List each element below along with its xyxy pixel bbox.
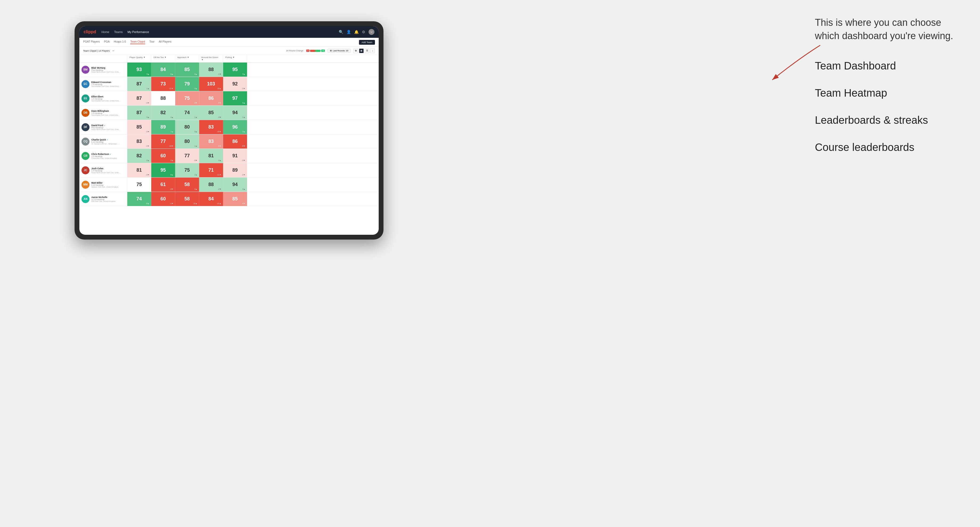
player-club-0: Royal North Devon Golf Club, United King…: [91, 71, 121, 73]
stat-cell-3-3: 85 -3▼: [199, 106, 223, 120]
stat-cell-2-3: 86 -6▼: [199, 91, 223, 105]
add-team-button[interactable]: Add Team: [359, 40, 375, 45]
stat-value-9-1: 60: [160, 196, 165, 202]
change-bar: -5 +5: [306, 49, 325, 52]
stat-change-3-0: 4▲: [146, 116, 150, 118]
stat-value-3-4: 94: [232, 110, 237, 116]
player-info-7[interactable]: JC Josh Coles 1-5 Handicap Royal North D…: [80, 163, 127, 177]
list-view-button[interactable]: ☰: [364, 48, 369, 53]
player-details-5: Charlie Quick ✓ 6-10 Handicap St. George…: [91, 138, 121, 145]
player-name-5: Charlie Quick ✓: [91, 138, 121, 141]
bell-icon[interactable]: 🔔: [354, 30, 359, 34]
download-button[interactable]: ↓: [370, 48, 375, 53]
last-rounds-label: Last Rounds: 20: [333, 49, 348, 52]
user-icon[interactable]: 👤: [347, 30, 351, 34]
stat-change-4-3: -10▼: [217, 131, 221, 133]
player-info-4[interactable]: DF David Ford ✓ Plus Handicap Royal Nort…: [80, 120, 127, 134]
stat-cell-6-4: 91 -3▼: [223, 149, 247, 163]
stat-value-0-3: 88: [208, 67, 213, 72]
stat-value-2-2: 75: [184, 95, 189, 101]
stat-value-6-4: 91: [232, 153, 237, 159]
player-info-8[interactable]: MM Matt Miller 6-10 Handicap Woburn Golf…: [80, 178, 127, 192]
player-name-7: Josh Coles: [91, 167, 121, 170]
search-icon[interactable]: 🔍: [339, 30, 343, 34]
tab-allplayers[interactable]: All Players: [159, 40, 171, 44]
stat-cell-1-0: 87 1▲: [127, 77, 151, 91]
player-details-7: Josh Coles 1-5 Handicap Royal North Devo…: [91, 167, 121, 173]
table-row: EE Elliot Ebert 1-5 Handicap Sunningdale…: [80, 91, 379, 106]
th-putting[interactable]: Putting ▼: [223, 55, 247, 62]
settings-icon[interactable]: ⚙: [362, 30, 365, 34]
stat-value-6-1: 60: [160, 153, 165, 159]
player-details-0: Blair McHarg Plus Handicap Royal North D…: [91, 67, 121, 73]
stat-change-7-4: -2▼: [242, 174, 245, 176]
player-avatar-4: DF: [81, 123, 89, 131]
stat-value-0-2: 85: [184, 67, 189, 72]
stat-value-5-3: 83: [208, 139, 213, 144]
stat-value-0-4: 95: [232, 67, 237, 72]
stat-cell-9-3: 84 -21▲: [199, 192, 223, 206]
annotation-area: This is where you can choose which dashb…: [815, 16, 964, 167]
tab-hcaps[interactable]: Hcaps 1-5: [114, 40, 126, 44]
player-info-3[interactable]: DB Dave Billingham 1-5 Handicap Gog Mago…: [80, 106, 127, 120]
nav-link-home[interactable]: Home: [102, 30, 109, 33]
player-hcap-5: 6-10 Handicap: [91, 141, 121, 143]
stat-change-8-4: 3▲: [242, 188, 245, 190]
player-info-9[interactable]: AN Aaron Nicholls 11-15 Handicap Drift G…: [80, 192, 127, 206]
user-avatar[interactable]: U: [369, 29, 374, 35]
last-rounds-button[interactable]: ⊞ Last Rounds: 20: [328, 49, 351, 53]
stat-change-7-1: 8▲: [170, 174, 173, 176]
player-club-6: Craigmillar Park, United Kingdom: [91, 157, 117, 159]
stat-cell-4-3: 83 -10▼: [199, 120, 223, 134]
player-info-5[interactable]: CQ Charlie Quick ✓ 6-10 Handicap St. Geo…: [80, 135, 127, 149]
player-hcap-2: 1-5 Handicap: [91, 98, 121, 100]
verified-icon: ✓: [107, 139, 108, 141]
stat-cell-2-2: 75 -3▼: [175, 91, 199, 105]
nav-link-teams[interactable]: Teams: [114, 30, 123, 33]
player-avatar-2: EE: [81, 94, 89, 103]
th-tee[interactable]: Off the Tee ▼: [151, 55, 175, 62]
player-info-2[interactable]: EE Elliot Ebert 1-5 Handicap Sunningdale…: [80, 91, 127, 105]
tab-tour[interactable]: Tour: [150, 40, 154, 44]
stat-value-8-0: 75: [136, 182, 142, 187]
th-green[interactable]: Around the Green ▼: [199, 55, 223, 62]
stat-change-9-2: 10▲: [193, 203, 197, 205]
stat-cell-4-4: 96 3▲: [223, 120, 247, 134]
th-quality[interactable]: Player Quality ▼: [127, 55, 151, 62]
player-rows: BM Blair McHarg Plus Handicap Royal Nort…: [80, 62, 379, 206]
nav-links: Home Teams My Performance: [102, 30, 339, 33]
tab-pga[interactable]: PGA: [104, 40, 110, 44]
grid-view-button[interactable]: ⊞: [353, 48, 358, 53]
stat-value-2-3: 86: [208, 95, 213, 101]
stat-cell-8-4: 94 3▲: [223, 178, 247, 192]
stat-cell-4-2: 80 3▲: [175, 120, 199, 134]
player-hcap-1: 1-5 Handicap: [91, 84, 121, 86]
annotation-menu-item-3: Leaderboards & streaks: [815, 113, 964, 127]
edit-icon[interactable]: ✏: [112, 49, 115, 52]
nav-bar: clippd Home Teams My Performance 🔍 👤 🔔 ⚙…: [80, 26, 379, 38]
player-info-0[interactable]: BM Blair McHarg Plus Handicap Royal Nort…: [80, 62, 127, 77]
sub-header: Team Clippd | 14 Players ✏ 20 Round Chan…: [80, 47, 379, 55]
table-row: BM Blair McHarg Plus Handicap Royal Nort…: [80, 62, 379, 77]
stat-change-7-0: -3▼: [146, 174, 150, 176]
th-approach[interactable]: Approach ▼: [175, 55, 199, 62]
nav-link-myperformance[interactable]: My Performance: [127, 30, 149, 33]
stat-change-1-1: -11▼: [169, 87, 173, 89]
player-avatar-7: JC: [81, 167, 89, 174]
player-details-9: Aaron Nicholls 11-15 Handicap Drift Golf…: [91, 196, 116, 202]
tab-pgat[interactable]: PGAT Players: [83, 40, 100, 44]
stat-cell-0-4: 95 9▲: [223, 62, 247, 77]
tablet-screen: clippd Home Teams My Performance 🔍 👤 🔔 ⚙…: [80, 26, 379, 235]
tab-teamclippd[interactable]: Team Clippd: [130, 40, 145, 44]
stat-value-9-3: 84: [208, 196, 213, 202]
heatmap-view-button[interactable]: ▦: [359, 48, 364, 53]
stat-change-1-4: -3▼: [242, 87, 245, 89]
stat-cell-3-4: 94 1▲: [223, 106, 247, 120]
view-icons: ⊞ ▦ ☰ ↓: [353, 48, 375, 53]
stat-change-6-3: 4▲: [218, 159, 221, 161]
player-info-6[interactable]: CR Chris Robertson ✓ 1-5 Handicap Craigm…: [80, 149, 127, 163]
player-info-1[interactable]: EC Edward Crossman 1-5 Handicap Sunningd…: [80, 77, 127, 91]
stat-change-6-1: 2▲: [170, 159, 173, 161]
stat-value-7-3: 71: [208, 167, 213, 173]
stat-change-5-3: -6▼: [218, 145, 221, 147]
